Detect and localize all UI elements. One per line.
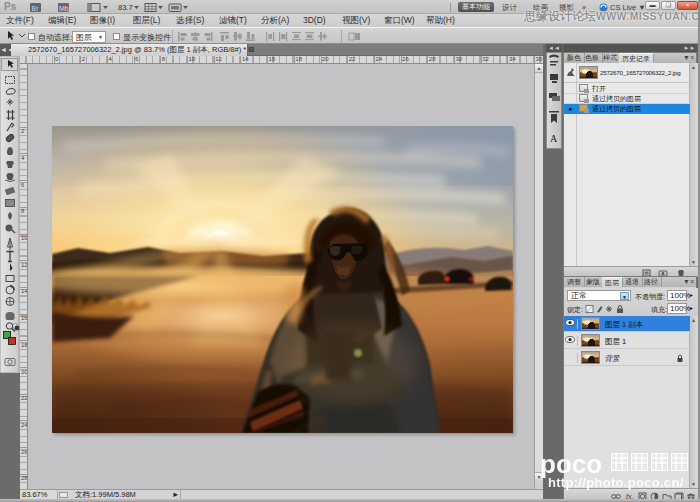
svg-text:83.7: 83.7 — [118, 3, 133, 12]
svg-text:Mb: Mb — [59, 5, 69, 12]
svg-text:A: A — [550, 133, 558, 144]
svg-text:Br: Br — [32, 5, 40, 12]
